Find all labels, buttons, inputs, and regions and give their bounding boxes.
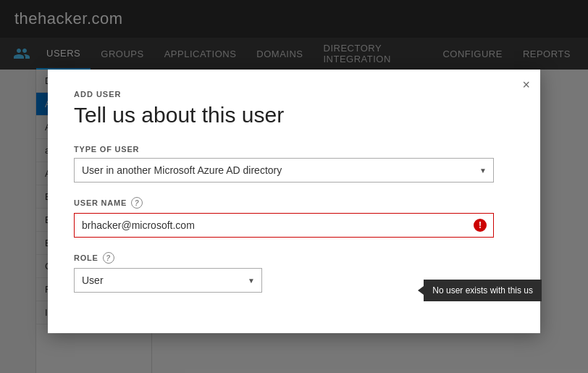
username-input[interactable] — [74, 213, 494, 238]
role-label: ROLE ? — [74, 252, 514, 264]
type-of-user-select[interactable]: User in another Microsoft Azure AD direc… — [74, 158, 494, 183]
error-tooltip: No user exists with this us — [424, 280, 542, 301]
type-of-user-select-wrapper: User in another Microsoft Azure AD direc… — [74, 158, 494, 183]
username-help-icon[interactable]: ? — [131, 197, 143, 209]
role-help-icon[interactable]: ? — [103, 252, 114, 264]
role-select[interactable]: User Global Administrator Billing Admini… — [74, 268, 262, 293]
modal-subtitle: ADD USER — [74, 90, 514, 99]
type-of-user-group: TYPE OF USER User in another Microsoft A… — [74, 145, 514, 183]
modal-title: Tell us about this user — [74, 103, 514, 127]
username-group: USER NAME ? ! — [74, 197, 514, 238]
username-error-icon: ! — [474, 219, 487, 232]
add-user-modal: × ADD USER Tell us about this user TYPE … — [48, 70, 540, 333]
username-input-wrapper: ! — [74, 213, 494, 238]
username-label: USER NAME ? — [74, 197, 514, 209]
modal-close-button[interactable]: × — [522, 78, 530, 91]
modal-overlay: × ADD USER Tell us about this user TYPE … — [0, 0, 588, 373]
role-select-wrapper: User Global Administrator Billing Admini… — [74, 268, 262, 293]
type-of-user-label: TYPE OF USER — [74, 145, 514, 154]
